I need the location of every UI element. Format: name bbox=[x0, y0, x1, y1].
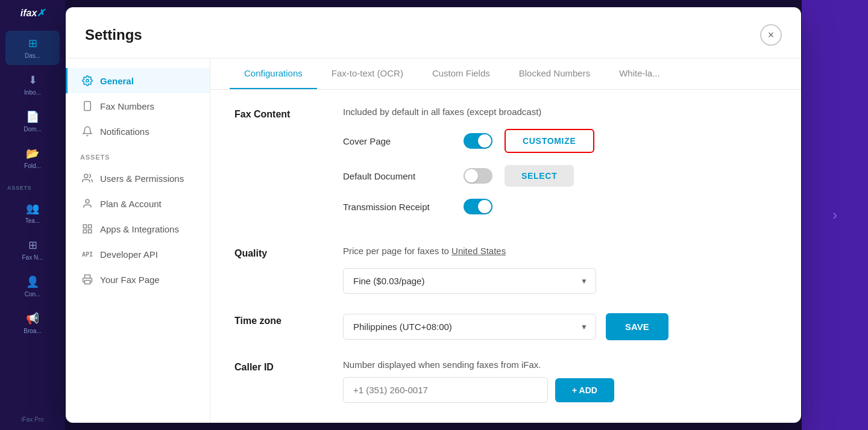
svg-point-3 bbox=[84, 174, 88, 178]
fax-numbers-icon: ⊞ bbox=[28, 238, 37, 252]
cover-page-label: Cover Page bbox=[343, 136, 451, 146]
transmission-receipt-toggle[interactable] bbox=[464, 199, 492, 214]
bg-plan-label: iFax Pro bbox=[7, 416, 58, 423]
caller-id-label: Caller ID bbox=[234, 360, 319, 403]
bg-nav-fax-numbers: ⊞ Fax N... bbox=[5, 232, 60, 267]
svg-rect-9 bbox=[85, 281, 90, 284]
quality-description: Price per page for faxes to United State… bbox=[343, 246, 777, 256]
fax-content-section: Fax Content Included by default in all f… bbox=[234, 107, 777, 226]
modal-title: Settings bbox=[85, 26, 142, 43]
timezone-section: Time zone Philippines (UTC+08:00) UTC US… bbox=[234, 313, 777, 340]
timezone-dropdown-wrapper: Philippines (UTC+08:00) UTC US Eastern (… bbox=[343, 314, 596, 340]
default-document-row: Default Document SELECT bbox=[343, 165, 777, 187]
tab-configurations[interactable]: Configurations bbox=[230, 58, 317, 89]
documents-icon: 📄 bbox=[26, 110, 39, 123]
bg-logo: ifax✗ bbox=[20, 7, 45, 19]
contacts-icon: 👤 bbox=[26, 275, 39, 288]
caller-id-body: Number displayed when sending faxes from… bbox=[343, 360, 777, 403]
select-button[interactable]: SELECT bbox=[505, 165, 574, 187]
printer-icon bbox=[82, 274, 93, 285]
nav-notifications-label: Notifications bbox=[100, 126, 149, 137]
fax-content-description: Included by default in all faxes (except… bbox=[343, 107, 777, 117]
quality-dropdown-wrapper: Fine ($0.03/page) Standard ($0.01/page) … bbox=[343, 268, 596, 294]
right-panel: › bbox=[802, 0, 868, 430]
caller-id-section: Caller ID Number displayed when sending … bbox=[234, 360, 777, 403]
default-document-label: Default Document bbox=[343, 171, 451, 181]
broadcasts-icon: 📢 bbox=[26, 312, 39, 325]
nav-item-plan-account[interactable]: Plan & Account bbox=[66, 191, 210, 216]
default-document-thumb bbox=[465, 169, 478, 182]
bg-sidebar: ifax✗ ⊞ Das... ⬇ Inbo... 📄 Dom... 📂 Fold… bbox=[0, 0, 65, 430]
nav-item-users-permissions[interactable]: Users & Permissions bbox=[66, 166, 210, 191]
caller-id-input-row: + ADD bbox=[343, 377, 777, 403]
home-icon: ⊞ bbox=[28, 37, 37, 50]
close-button[interactable]: × bbox=[760, 24, 782, 46]
inbox-icon: ⬇ bbox=[28, 73, 37, 87]
timezone-select[interactable]: Philippines (UTC+08:00) UTC US Eastern (… bbox=[343, 314, 596, 340]
svg-rect-1 bbox=[84, 102, 91, 111]
nav-item-notifications[interactable]: Notifications bbox=[66, 119, 210, 144]
quality-select[interactable]: Fine ($0.03/page) Standard ($0.01/page) … bbox=[343, 268, 596, 294]
quality-section: Quality Price per page for faxes to Unit… bbox=[234, 246, 777, 294]
svg-rect-5 bbox=[83, 225, 86, 228]
tab-fax-to-text[interactable]: Fax-to-text (OCR) bbox=[317, 58, 418, 89]
bg-nav-inbox: ⬇ Inbo... bbox=[5, 67, 60, 102]
configurations-content: Fax Content Included by default in all f… bbox=[210, 90, 801, 423]
quality-country: United States bbox=[451, 246, 506, 256]
transmission-receipt-label: Transmission Receipt bbox=[343, 202, 451, 212]
bg-bottom-bar: iFax Pro bbox=[0, 409, 65, 430]
bg-nav-dashboard: ⊞ Das... bbox=[5, 31, 60, 65]
nav-plan-label: Plan & Account bbox=[100, 199, 162, 209]
quality-body: Price per page for faxes to United State… bbox=[343, 246, 777, 294]
nav-fax-numbers-label: Fax Numbers bbox=[100, 101, 154, 111]
default-document-toggle[interactable] bbox=[464, 168, 492, 184]
folders-icon: 📂 bbox=[26, 147, 39, 160]
bg-nav-documents: 📄 Dom... bbox=[5, 104, 60, 139]
cover-page-toggle[interactable] bbox=[464, 133, 492, 149]
tab-custom-fields[interactable]: Custom Fields bbox=[418, 58, 505, 89]
caller-id-input[interactable] bbox=[343, 377, 548, 403]
svg-rect-7 bbox=[83, 230, 86, 233]
quality-label: Quality bbox=[234, 246, 319, 294]
nav-fax-page-label: Your Fax Page bbox=[100, 275, 160, 285]
users-icon bbox=[82, 173, 93, 184]
svg-point-0 bbox=[86, 79, 89, 83]
gear-icon bbox=[82, 75, 93, 86]
timezone-label: Time zone bbox=[234, 313, 319, 340]
tab-blocked-numbers[interactable]: Blocked Numbers bbox=[505, 58, 605, 89]
svg-rect-6 bbox=[89, 225, 92, 228]
nav-item-fax-numbers[interactable]: Fax Numbers bbox=[66, 93, 210, 119]
nav-general-label: General bbox=[100, 76, 134, 86]
nav-item-apps-integrations[interactable]: Apps & Integrations bbox=[66, 216, 210, 241]
tabs-bar: Configurations Fax-to-text (OCR) Custom … bbox=[210, 58, 801, 90]
account-icon bbox=[82, 198, 93, 209]
add-caller-id-button[interactable]: + ADD bbox=[555, 378, 614, 402]
svg-point-4 bbox=[86, 199, 89, 203]
settings-content: Configurations Fax-to-text (OCR) Custom … bbox=[210, 58, 801, 423]
bg-nav-broadcasts: 📢 Broa... bbox=[5, 306, 60, 340]
bell-icon bbox=[82, 126, 93, 137]
nav-item-developer-api[interactable]: API Developer API bbox=[66, 241, 210, 267]
nav-users-label: Users & Permissions bbox=[100, 173, 184, 184]
modal-overlay: Settings × General bbox=[65, 0, 802, 430]
fax-content-body: Included by default in all faxes (except… bbox=[343, 107, 777, 226]
nav-item-general[interactable]: General bbox=[66, 68, 210, 93]
modal-body: General Fax Numbers bbox=[66, 58, 801, 423]
tab-white-label[interactable]: White-la... bbox=[605, 58, 675, 89]
assets-section-label: ASSETS bbox=[0, 178, 36, 193]
customize-button[interactable]: CUSTOMIZE bbox=[505, 129, 594, 153]
modal-header: Settings × bbox=[66, 7, 801, 58]
timezone-body: Philippines (UTC+08:00) UTC US Eastern (… bbox=[343, 313, 777, 340]
transmission-receipt-thumb bbox=[478, 200, 491, 213]
bg-nav-contacts: 👤 Con... bbox=[5, 269, 60, 304]
bg-nav-folders: 📂 Fold... bbox=[5, 141, 60, 175]
nav-item-your-fax-page[interactable]: Your Fax Page bbox=[66, 267, 210, 292]
settings-navigation: General Fax Numbers bbox=[66, 58, 210, 423]
apps-icon bbox=[82, 223, 93, 234]
team-icon: 👥 bbox=[26, 202, 39, 215]
cover-page-thumb bbox=[478, 134, 491, 148]
caller-id-description: Number displayed when sending faxes from… bbox=[343, 360, 777, 370]
timezone-row: Philippines (UTC+08:00) UTC US Eastern (… bbox=[343, 313, 777, 340]
phone-icon bbox=[82, 101, 93, 111]
save-button[interactable]: SAVE bbox=[606, 313, 668, 340]
